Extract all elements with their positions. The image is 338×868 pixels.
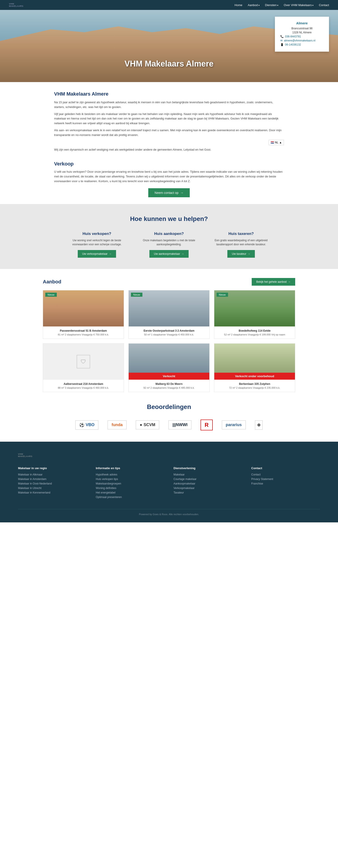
new-badge: Nieuw xyxy=(216,292,228,297)
main-nav: Home Aanbod Diensten Over VHM Makelaars … xyxy=(235,3,329,7)
pararius-label: pararius xyxy=(226,423,242,427)
partner-nwwi: |||NWWI xyxy=(168,420,192,430)
office-address2: 1328 NL Almere xyxy=(280,31,324,34)
r-label: R xyxy=(205,422,208,428)
footer-link[interactable]: Makelaar in Amsterdam xyxy=(18,477,87,481)
sold-banner: Verkocht xyxy=(129,373,209,380)
value-btn[interactable]: Uw taxateur xyxy=(227,250,255,258)
footer-link[interactable]: Verkoopmakelaar xyxy=(173,487,242,490)
partner-vbo: ⚽ VBO xyxy=(75,420,98,430)
aanbod-section: Aanbod Bekijk het gehele aanbod Nieuw Pa… xyxy=(34,278,304,392)
footer-link[interactable]: Optimaal presenteren xyxy=(96,496,165,499)
verkoop-section: Verkoop U wilt uw huis verkopen? Door on… xyxy=(45,161,293,184)
help-card-sell: Huis verkopen? Uw woning snel verkocht t… xyxy=(65,231,129,258)
vbo-label: VBO xyxy=(86,423,94,427)
new-badge: Nieuw xyxy=(131,292,142,297)
footer-link[interactable]: Privacy Statement xyxy=(251,477,320,481)
footer-link[interactable]: Taxateur xyxy=(173,491,242,494)
hero-section: VHM Makelaars Almere Almere Brancusistra… xyxy=(0,10,338,82)
email-icon: ✉ xyxy=(280,39,282,42)
contact-button[interactable]: Neem contact op xyxy=(148,188,190,197)
office-card: Almere Brancusistraat 98 1328 NL Almere … xyxy=(275,17,329,52)
footer-link[interactable]: Aankoopmakelaar xyxy=(173,482,242,485)
aanbod-header: Aanbod Bekijk het gehele aanbod xyxy=(43,278,295,286)
shield-icon: 🛡 xyxy=(81,359,86,365)
help-card-buy: Huis aankopen? Onze makelaars begeleiden… xyxy=(137,231,201,258)
footer-logo: VHM MAKELAARS xyxy=(18,453,320,458)
footer-link[interactable]: Courtage makelaar xyxy=(173,477,242,481)
help-card-value-title: Huis taxeren? xyxy=(209,231,273,236)
footer-link[interactable]: Makelaar in Alkmaar xyxy=(18,473,87,476)
footer-link[interactable]: Franchise xyxy=(251,482,320,485)
property-info: Passeerderssstraat 51 B Amsterdam 81 m² … xyxy=(43,327,124,339)
vbo-icon: ⚽ xyxy=(79,423,84,428)
help-card-value-text: Een gratis waardebepaling of een uitgebr… xyxy=(209,238,273,246)
footer-link[interactable]: Contact xyxy=(251,473,320,476)
scvm-icon: ● xyxy=(140,423,142,427)
property-name: Boedelhofweg 114 Eetde xyxy=(217,329,292,332)
footer-bottom-text: Powered by Goes & Roos. Alle rechten voo… xyxy=(139,513,199,516)
property-card[interactable]: Nieuw Boedelhofweg 114 Eetde 52 m² 2 sla… xyxy=(214,290,295,339)
property-info: Malberg 63 De Meern 92 m² 2 slaapkamers … xyxy=(129,380,209,392)
footer-col-title: Makelaar in uw regio xyxy=(18,466,87,470)
language-flag-button[interactable]: 🇳🇱 NL ▲ xyxy=(269,140,284,145)
property-info: Berkenlaan 335 Zutphen 72 m² 2 slaapkame… xyxy=(214,380,295,392)
property-card[interactable]: Nieuw Eerste Oosterparkstraat 3 2 Amster… xyxy=(129,290,209,339)
new-badge: Nieuw xyxy=(45,292,57,297)
sell-btn[interactable]: Uw verkoopmakelaar xyxy=(78,250,116,258)
flag-row: 🇳🇱 NL ▲ xyxy=(54,140,284,145)
footer-link[interactable]: Hypotheek advies xyxy=(96,473,165,476)
reviews-section: Beoordelingen ⚽ VBO funda ● SCVM |||NWWI… xyxy=(34,403,304,430)
nav-over[interactable]: Over VHM Makelaars xyxy=(284,3,313,7)
office-mobile[interactable]: 06-14036132 xyxy=(285,43,301,46)
property-card[interactable]: Nieuw Passeerderssstraat 51 B Amsterdam … xyxy=(43,290,124,339)
footer-columns: Makelaar in uw regioMakelaar in AlkmaarM… xyxy=(18,466,320,500)
office-name: Almere xyxy=(280,21,324,25)
logo[interactable]: VHM MAKELAARS xyxy=(9,3,24,7)
footer-link[interactable]: Het energielabel xyxy=(96,491,165,494)
logo-sub: MAKELAARS xyxy=(9,5,24,7)
view-all-aanbod-button[interactable]: Bekijk het gehele aanbod xyxy=(252,278,295,286)
buy-btn[interactable]: Uw aankoopmakelaar xyxy=(149,250,189,258)
property-card[interactable]: Verkocht Malberg 63 De Meern 92 m² 2 sla… xyxy=(129,343,209,392)
mobile-icon: 📱 xyxy=(280,43,284,46)
office-email[interactable]: almere@vhmmakelaars.nl xyxy=(284,39,315,42)
property-details: 92 m² 2 slaapkamers Vraagprijs € 485.000… xyxy=(131,386,207,389)
aanbod-title: Aanbod xyxy=(43,279,61,285)
property-image: Verkocht xyxy=(129,344,209,380)
footer-col-1: Informatie en tipsHypotheek adviesHuis v… xyxy=(96,466,165,500)
footer-link[interactable]: Makelaar in Kennemerland xyxy=(18,491,87,494)
partner-pararius: pararius xyxy=(222,420,246,430)
footer-col-title: Informatie en tips xyxy=(96,466,165,470)
partner-logos: ⚽ VBO funda ● SCVM |||NWWI R pararius ⊕ xyxy=(43,420,295,430)
nav-diensten[interactable]: Diensten xyxy=(265,3,278,7)
nav-home[interactable]: Home xyxy=(235,3,242,7)
footer-link[interactable]: Huis verkopen tips xyxy=(96,477,165,481)
verkoop-text: U wilt uw huis verkopen? Door onze jaren… xyxy=(54,169,284,184)
help-card-value: Huis taxeren? Een gratis waardebepaling … xyxy=(209,231,273,258)
sold-reserved-banner: Verkocht onder voorbehoud xyxy=(214,373,295,380)
footer-link[interactable]: Woning definities xyxy=(96,487,165,490)
office-phone[interactable]: 036-8443781 xyxy=(285,35,301,38)
footer-link[interactable]: Makelaar in Utrecht xyxy=(18,487,87,490)
footer-link[interactable]: Makelaar in Oost-Nederland xyxy=(18,482,87,485)
property-image: Nieuw xyxy=(43,290,124,327)
footer-link[interactable]: Makelaarsbegroepen xyxy=(96,482,165,485)
footer-col-title: Dienstverlening xyxy=(173,466,242,470)
help-card-buy-title: Huis aankopen? xyxy=(137,231,201,236)
property-card[interactable]: Verkocht onder voorbehoud Berkenlaan 335… xyxy=(214,343,295,392)
footer-col-2: DienstverleningMakelaarCourtage makelaar… xyxy=(173,466,242,500)
nav-aanbod[interactable]: Aanbod xyxy=(248,3,260,7)
partner-funda: funda xyxy=(107,420,127,430)
property-details: 72 m² 2 slaapkamers Vraagprijs € 235.000… xyxy=(217,386,292,389)
help-cards: Huis verkopen? Uw woning snel verkocht t… xyxy=(45,231,293,258)
footer-link[interactable]: Makelaar xyxy=(173,473,242,476)
nwwi-label: |||NWWI xyxy=(172,423,188,427)
property-info: Aalbersestraat 218 Amsterdam 88 m² 3 sla… xyxy=(43,380,124,392)
property-card[interactable]: 🛡 Aalbersestraat 218 Amsterdam 88 m² 3 s… xyxy=(43,343,124,392)
about-p3: Als aan- en verkoopmakelaar werk ik in e… xyxy=(54,128,284,137)
help-section: Hoe kunnen we u helpen? Huis verkopen? U… xyxy=(0,204,338,269)
verkoop-title: Verkoop xyxy=(54,161,284,167)
office-email-row: ✉ almere@vhmmakelaars.nl xyxy=(280,39,324,42)
nav-contact[interactable]: Contact xyxy=(319,3,329,7)
